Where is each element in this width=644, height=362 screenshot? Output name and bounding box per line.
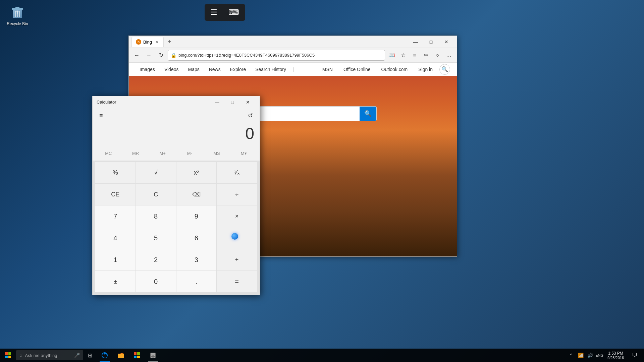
browser-maximize-button[interactable]: □: [423, 36, 439, 48]
hub-button[interactable]: ≡: [409, 50, 420, 61]
calc-4-button[interactable]: 4: [95, 227, 136, 249]
recycle-bin-svg: [9, 4, 25, 20]
im-keyboard-icon[interactable]: ⌨: [227, 7, 240, 18]
calc-add-button[interactable]: +: [217, 249, 257, 270]
calc-2-button[interactable]: 2: [136, 249, 176, 270]
bing-nav-explore[interactable]: Explore: [226, 64, 250, 75]
svg-rect-18: [153, 355, 154, 356]
tray-volume-icon[interactable]: 🔊: [586, 349, 594, 362]
calc-mlist-button[interactable]: M▾: [230, 147, 257, 159]
calc-decimal-button[interactable]: .: [176, 271, 217, 292]
calc-3-button[interactable]: 3: [176, 249, 217, 270]
bing-nav-msn[interactable]: MSN: [318, 64, 337, 75]
calc-mr-button[interactable]: MR: [122, 147, 149, 159]
svg-rect-14: [137, 356, 140, 358]
share-button[interactable]: ○: [432, 50, 443, 61]
more-button[interactable]: …: [443, 50, 454, 61]
bing-nav-maps[interactable]: Maps: [184, 64, 203, 75]
svg-rect-9: [8, 356, 11, 358]
taskbar-clock[interactable]: 1:53 PM 9/28/2016: [605, 351, 627, 360]
start-icon: [5, 352, 11, 358]
tray-language-icon[interactable]: ENG: [595, 349, 603, 362]
taskbar-calculator-button[interactable]: [145, 349, 161, 362]
calc-8-button[interactable]: 8: [136, 205, 176, 227]
calc-reciprocal-button[interactable]: ¹⁄ₓ: [217, 162, 257, 183]
calc-5-button[interactable]: 5: [136, 227, 176, 249]
bing-nav-images[interactable]: Images: [136, 64, 159, 75]
bing-nav-history[interactable]: Search History: [251, 64, 290, 75]
search-placeholder: Ask me anything: [25, 353, 57, 358]
bing-nav-videos[interactable]: Videos: [160, 64, 183, 75]
calc-ms-button[interactable]: MS: [204, 147, 230, 159]
calc-menu-button[interactable]: ≡: [97, 111, 106, 121]
browser-titlebar: b Bing ✕ + — □ ✕: [129, 36, 457, 48]
notes-button[interactable]: ✏: [421, 50, 431, 61]
calc-0-button[interactable]: 0: [136, 271, 176, 292]
tray-chevron-button[interactable]: ⌃: [567, 349, 575, 362]
svg-rect-10: [118, 354, 124, 358]
calc-6-button[interactable]: 6: [176, 227, 217, 249]
calc-divide-button[interactable]: ÷: [217, 184, 257, 205]
calc-1-button[interactable]: 1: [95, 249, 136, 270]
taskbar-file-explorer-button[interactable]: [113, 349, 129, 362]
browser-action-buttons: 📖 ☆ ≡ ✏ ○ …: [386, 50, 454, 61]
calc-ce-button[interactable]: CE: [95, 184, 136, 205]
cortana-icon: ○: [19, 353, 22, 358]
address-bar[interactable]: 🔒 bing.com/?toHttps=1&redig=4E0F3CC4349F…: [168, 50, 385, 61]
calc-history-button[interactable]: ↺: [245, 111, 256, 121]
cortana-search[interactable]: ○ Ask me anything 🎤: [16, 350, 83, 360]
start-button[interactable]: [0, 349, 16, 362]
favorites-button[interactable]: ☆: [398, 50, 409, 61]
svg-rect-13: [134, 356, 137, 358]
new-tab-button[interactable]: +: [165, 38, 174, 45]
notification-center-button[interactable]: 🗨: [628, 349, 641, 362]
calc-negate-button[interactable]: ±: [95, 271, 136, 292]
calc-title: Calculator: [97, 100, 209, 105]
im-menu-icon[interactable]: ☰: [209, 7, 219, 18]
calc-square-button[interactable]: x²: [176, 162, 217, 183]
calc-9-button[interactable]: 9: [176, 205, 217, 227]
taskbar-edge-button[interactable]: [97, 349, 113, 362]
bing-navbar: Images Videos Maps News Explore Search H…: [129, 63, 457, 76]
nav-forward-button[interactable]: →: [144, 50, 154, 61]
calc-minimize-button[interactable]: —: [209, 96, 225, 108]
tab-close-button[interactable]: ✕: [154, 39, 159, 45]
browser-close-button[interactable]: ✕: [439, 36, 454, 48]
calc-backspace-button[interactable]: ⌫: [176, 184, 217, 205]
bing-nav-signin[interactable]: Sign in: [414, 64, 437, 75]
tray-network-icon[interactable]: 📶: [577, 349, 585, 362]
nav-back-button[interactable]: ←: [131, 50, 142, 61]
calc-memory-row: MC MR M+ M- MS M▾: [93, 147, 260, 161]
calc-close-button[interactable]: ✕: [240, 96, 256, 108]
calc-percent-button[interactable]: %: [95, 162, 136, 183]
bing-search-icon[interactable]: 🔍: [439, 64, 450, 75]
calc-equals-button[interactable]: =: [217, 271, 257, 292]
taskbar-store-button[interactable]: [129, 349, 145, 362]
bing-nav-outlook[interactable]: Outlook.com: [377, 64, 412, 75]
calc-sqrt-button[interactable]: √: [136, 162, 176, 183]
svg-rect-19: [154, 355, 155, 356]
bing-search-button[interactable]: 🔍: [360, 107, 376, 121]
bing-nav-news[interactable]: News: [205, 64, 225, 75]
calc-mc-button[interactable]: MC: [95, 147, 122, 159]
nav-refresh-button[interactable]: ↻: [156, 50, 166, 61]
recycle-bin-label: Recycle Bin: [2, 21, 33, 27]
browser-tab-bing[interactable]: b Bing ✕: [131, 37, 164, 47]
calc-multiply-button[interactable]: ×: [217, 205, 257, 227]
calc-c-button[interactable]: C: [136, 184, 176, 205]
calc-loading-indicator: [231, 233, 238, 240]
bing-nav-right: MSN Office Online Outlook.com Sign in 🔍: [318, 64, 450, 75]
taskbar: ○ Ask me anything 🎤 ⊞: [0, 349, 644, 362]
reading-view-button[interactable]: 📖: [386, 50, 397, 61]
edge-icon: [101, 352, 108, 359]
calc-mminus-button[interactable]: M-: [176, 147, 203, 159]
recycle-bin-icon[interactable]: Recycle Bin: [2, 4, 33, 27]
microphone-icon: 🎤: [74, 353, 80, 358]
calc-buttons: % √ x² ¹⁄ₓ CE C ⌫ ÷ 7 8 9 × 4 5 6 − 1 2 …: [93, 161, 260, 295]
task-view-button[interactable]: ⊞: [83, 349, 97, 362]
calc-mplus-button[interactable]: M+: [149, 147, 176, 159]
calc-7-button[interactable]: 7: [95, 205, 136, 227]
browser-minimize-button[interactable]: —: [408, 36, 423, 48]
bing-nav-office[interactable]: Office Online: [339, 64, 375, 75]
calc-maximize-button[interactable]: □: [225, 96, 240, 108]
